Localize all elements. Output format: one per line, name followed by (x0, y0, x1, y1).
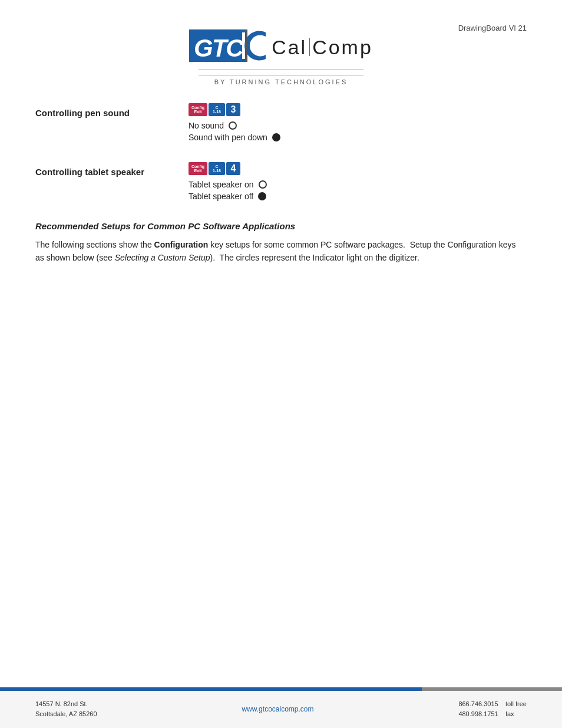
calcomp-text: Cal Comp (272, 36, 373, 59)
config-text-2: Config (191, 164, 204, 169)
c118-key-1: C 1-18 (209, 103, 225, 116)
page-label: DrawingBoard VI 21 (458, 24, 527, 32)
no-sound-circle (229, 121, 237, 130)
tablet-speaker-label: Controlling tablet speaker (35, 162, 189, 177)
footer-phone-label: toll free (505, 700, 527, 707)
pen-sound-content: Config Exit C 1-18 3 No sound Sound with… (189, 103, 527, 144)
pen-sound-key-group: Config Exit C 1-18 3 (189, 103, 240, 116)
sound-pen-down-circle (272, 133, 280, 141)
tablet-speaker-key-group: Config Exit C 1-18 4 (189, 162, 240, 175)
config-exit-key-2: Config Exit (189, 162, 207, 175)
footer-contact: 866.746.3015 toll free 480.998.1751 fax (458, 699, 527, 720)
tablet-speaker-off-option: Tablet speaker off (189, 192, 266, 201)
footer-content: 14557 N. 82nd St. Scottsdale, AZ 85260 w… (0, 691, 562, 728)
sound-pen-down-text: Sound with pen down (189, 133, 267, 142)
footer-fax-label: fax (505, 710, 514, 717)
footer-color-bar (0, 687, 562, 691)
footer-phone: 866.746.3015 (458, 700, 498, 707)
configuration-bold: Configuration (154, 240, 209, 249)
footer-area: 14557 N. 82nd St. Scottsdale, AZ 85260 w… (0, 687, 562, 728)
tablet-speaker-off-circle (258, 192, 266, 200)
tablet-speaker-off-text: Tablet speaker off (189, 192, 253, 201)
svg-text:GTC: GTC (194, 34, 244, 62)
logo-area: GTC Cal (35, 29, 527, 85)
footer-fax-row: 480.998.1751 fax (458, 709, 527, 720)
c118-text-1: 1-18 (213, 110, 221, 114)
sound-pen-down-option: Sound with pen down (189, 133, 280, 142)
pen-sound-label: Controlling pen sound (35, 103, 189, 118)
selecting-italic: Selecting a Custom Setup (115, 253, 210, 262)
exit-text-1: Exit (194, 110, 202, 114)
footer-address-line1: 14557 N. 82nd St. (35, 699, 97, 710)
config-exit-key-1: Config Exit (189, 103, 207, 116)
by-turning-text: by TURNING technologies (199, 75, 363, 85)
footer-gray-bar (422, 687, 563, 691)
c-text-1: C (215, 106, 218, 110)
footer-address-line2: Scottsdale, AZ 85260 (35, 709, 97, 720)
recommended-title: Recommended Setups for Common PC Softwar… (35, 221, 527, 231)
logo-divider (199, 70, 363, 70)
tablet-speaker-on-option: Tablet speaker on (189, 180, 267, 189)
tablet-speaker-on-text: Tablet speaker on (189, 180, 254, 189)
footer-address: 14557 N. 82nd St. Scottsdale, AZ 85260 (35, 699, 97, 720)
footer-blue-bar (0, 687, 422, 691)
logo-container: GTC Cal (189, 29, 373, 85)
pen-sound-section: Controlling pen sound Config Exit C 1-18… (35, 103, 527, 144)
exit-text-2: Exit (194, 169, 202, 173)
svg-rect-6 (245, 29, 247, 62)
tablet-speaker-content: Config Exit C 1-18 4 Tablet speaker on T… (189, 162, 527, 203)
tablet-speaker-on-circle (259, 180, 267, 189)
number-key-4: 4 (226, 162, 240, 175)
logo-row: GTC Cal (189, 29, 373, 65)
recommended-body: The following sections show the Configur… (35, 238, 527, 265)
logo-separator (309, 38, 310, 56)
footer-website: www.gtcocalcomp.com (242, 705, 313, 713)
no-sound-option: No sound (189, 121, 237, 130)
c118-text-2: 1-18 (213, 169, 221, 173)
footer-fax: 480.998.1751 (458, 710, 498, 717)
cal-text: Cal (272, 36, 307, 59)
config-text-1: Config (191, 106, 204, 110)
comp-text: Comp (312, 36, 373, 59)
recommended-section: Recommended Setups for Common PC Softwar… (35, 221, 527, 265)
number-key-3: 3 (226, 103, 240, 116)
tablet-speaker-section: Controlling tablet speaker Config Exit C… (35, 162, 527, 203)
c-text-2: C (215, 164, 218, 169)
no-sound-text: No sound (189, 121, 224, 130)
gtco-logo-svg: GTC (189, 29, 283, 65)
footer-phone-row: 866.746.3015 toll free (458, 699, 527, 710)
c118-key-2: C 1-18 (209, 162, 225, 175)
